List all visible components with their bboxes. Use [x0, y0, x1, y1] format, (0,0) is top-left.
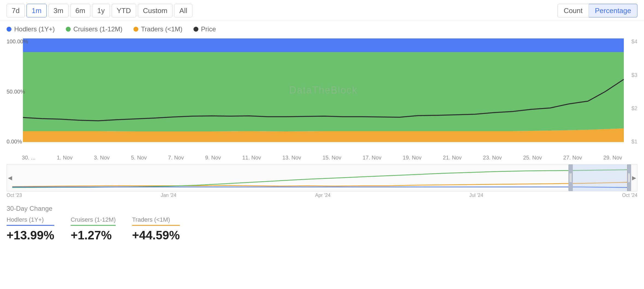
y-label-50: 50.00% — [7, 89, 28, 95]
btn-7d[interactable]: 7d — [7, 4, 25, 17]
btn-3m[interactable]: 3m — [48, 4, 68, 17]
x-axis: 30. ... 1. Nov 3. Nov 5. Nov 7. Nov 9. N… — [0, 153, 644, 161]
toolbar: 7d 1m 3m 6m 1y YTD Custom All Count Perc… — [0, 0, 644, 20]
btn-count[interactable]: Count — [557, 4, 589, 17]
navigator-svg — [7, 164, 637, 191]
nav-hodlers-line — [12, 187, 629, 188]
stat-hodlers-value: +13.99% — [7, 228, 54, 242]
legend-hodlers: Hodlers (1Y+) — [7, 25, 55, 33]
btn-1y[interactable]: 1y — [92, 4, 110, 17]
x-label-4: 7. Nov — [168, 155, 184, 161]
x-label-11: 21. Nov — [443, 155, 462, 161]
traders-dot — [133, 27, 138, 32]
hodlers-dot — [7, 27, 11, 32]
y-price-2: $2 — [631, 105, 637, 112]
stat-traders-value: +44.59% — [132, 228, 180, 242]
x-label-6: 11. Nov — [242, 155, 261, 161]
legend-cruisers: Cruisers (1-12M) — [66, 25, 123, 33]
legend-price: Price — [193, 25, 216, 33]
nav-cruisers-line — [12, 170, 629, 188]
stat-hodlers-label: Hodlers (1Y+) — [7, 216, 54, 226]
stat-traders: Traders (<1M) +44.59% — [132, 216, 180, 242]
x-label-5: 9. Nov — [205, 155, 221, 161]
btn-percentage[interactable]: Percentage — [589, 4, 637, 17]
x-label-1: 1. Nov — [57, 155, 73, 161]
stat-cruisers: Cruisers (1-12M) +1.27% — [71, 216, 116, 242]
stat-traders-label: Traders (<1M) — [132, 216, 180, 226]
chart-area: DataTheBlock — [23, 38, 624, 142]
hodlers-label: Hodlers (1Y+) — [14, 25, 55, 33]
price-dot — [193, 27, 198, 32]
nav-x-label-3: Jul '24 — [469, 192, 483, 198]
y-label-0: 0.00% — [7, 139, 28, 145]
nav-traders-line — [12, 182, 629, 187]
nav-left-arrow[interactable]: ◀ — [8, 174, 12, 181]
stat-cruisers-label: Cruisers (1-12M) — [71, 216, 116, 226]
stats-title: 30-Day Change — [7, 205, 637, 212]
traders-label: Traders (<1M) — [141, 25, 183, 33]
y-axis-right: $4 $3 $2 $1 — [631, 38, 637, 153]
navigator[interactable]: ◀ ▶ — [7, 164, 637, 191]
cruisers-label: Cruisers (1-12M) — [73, 25, 123, 33]
time-buttons: 7d 1m 3m 6m 1y YTD Custom All — [7, 4, 192, 17]
nav-handle-left[interactable] — [568, 164, 573, 191]
view-buttons: Count Percentage — [557, 4, 637, 17]
y-axis-left: 100.00% 50.00% 0.00% — [7, 38, 28, 153]
stats-row: Hodlers (1Y+) +13.99% Cruisers (1-12M) +… — [7, 216, 637, 242]
nav-x-labels: Oct '23 Jan '24 Apr '24 Jul '24 Oct '24 — [0, 191, 644, 198]
nav-x-label-0: Oct '23 — [7, 192, 22, 198]
nav-handle-right[interactable] — [627, 164, 631, 191]
nav-right-arrow[interactable]: ▶ — [632, 174, 636, 181]
cruisers-dot — [66, 27, 71, 32]
btn-all[interactable]: All — [174, 4, 192, 17]
nav-x-label-4: Oct '24 — [622, 192, 637, 198]
x-label-3: 5. Nov — [131, 155, 147, 161]
stacked-area-svg — [23, 38, 624, 142]
nav-selected-region — [569, 164, 626, 191]
x-label-10: 19. Nov — [403, 155, 422, 161]
y-label-100: 100.00% — [7, 38, 28, 45]
y-price-4: $4 — [631, 38, 637, 45]
price-label: Price — [201, 25, 216, 33]
stats-section: 30-Day Change Hodlers (1Y+) +13.99% Crui… — [0, 198, 644, 242]
btn-ytd[interactable]: YTD — [112, 4, 136, 17]
x-label-9: 17. Nov — [363, 155, 381, 161]
hodlers-area — [23, 38, 624, 52]
btn-custom[interactable]: Custom — [138, 4, 173, 17]
legend-traders: Traders (<1M) — [133, 25, 183, 33]
x-label-14: 27. Nov — [563, 155, 582, 161]
y-price-1: $1 — [631, 139, 637, 145]
x-label-2: 3. Nov — [94, 155, 110, 161]
x-label-8: 15. Nov — [323, 155, 341, 161]
y-price-3: $3 — [631, 72, 637, 78]
x-label-0: 30. ... — [22, 155, 35, 161]
btn-1m[interactable]: 1m — [26, 4, 47, 17]
x-label-13: 25. Nov — [523, 155, 542, 161]
nav-x-label-1: Jan '24 — [161, 192, 176, 198]
stat-hodlers: Hodlers (1Y+) +13.99% — [7, 216, 54, 242]
x-label-15: 29. Nov — [603, 155, 622, 161]
legend: Hodlers (1Y+) Cruisers (1-12M) Traders (… — [0, 20, 644, 36]
x-label-7: 13. Nov — [282, 155, 301, 161]
btn-6m[interactable]: 6m — [70, 4, 90, 17]
nav-x-label-2: Apr '24 — [315, 192, 330, 198]
stat-cruisers-value: +1.27% — [71, 228, 116, 242]
main-chart-container: 100.00% 50.00% 0.00% $4 $3 $2 $1 DataThe… — [7, 38, 637, 153]
x-label-12: 23. Nov — [483, 155, 502, 161]
